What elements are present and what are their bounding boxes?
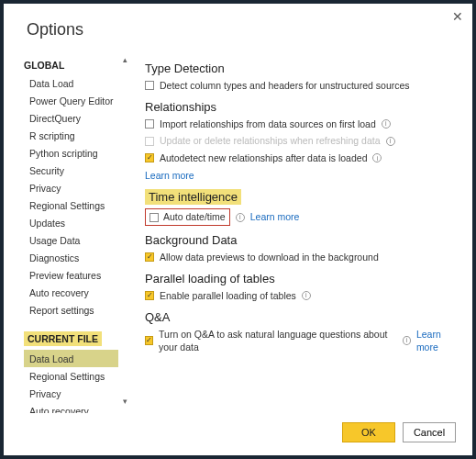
section-qa: Q&A — [145, 310, 459, 324]
label: Turn on Q&A to ask natural language ques… — [159, 328, 397, 354]
section-time-intelligence: Time intelligence — [145, 189, 459, 205]
options-dialog: ✕ Options GLOBAL Data Load Power Query E… — [4, 4, 472, 455]
row-autodetect-rel[interactable]: ✓ Autodetect new relationships after dat… — [145, 151, 459, 165]
nav-item-diagnostics[interactable]: Diagnostics — [24, 249, 131, 266]
nav-item-cf-auto-recovery[interactable]: Auto recovery — [24, 402, 131, 413]
nav-item-cf-regional[interactable]: Regional Settings — [24, 367, 131, 385]
label: Auto date/time — [163, 210, 226, 224]
nav-item-privacy[interactable]: Privacy — [24, 179, 131, 196]
nav-item-regional[interactable]: Regional Settings — [24, 196, 131, 214]
row-detect-types[interactable]: Detect column types and headers for unst… — [145, 79, 459, 93]
checkbox-icon[interactable] — [145, 81, 154, 90]
label: Update or delete relationships when refr… — [160, 134, 381, 148]
checkbox-checked-icon[interactable]: ✓ — [145, 153, 154, 162]
section-background-data: Background Data — [145, 233, 459, 247]
checkbox-icon — [145, 137, 154, 146]
row-import-rel[interactable]: Import relationships from data sources o… — [145, 118, 459, 131]
ok-button[interactable]: OK — [342, 422, 395, 442]
row-qa[interactable]: ✓ Turn on Q&A to ask natural language qu… — [145, 328, 459, 354]
info-icon[interactable]: i — [403, 336, 411, 345]
nav-item-auto-recovery[interactable]: Auto recovery — [24, 284, 131, 301]
nav-item-r-scripting[interactable]: R scripting — [24, 127, 131, 144]
sidebar-scrollbar[interactable]: ▴ ▾ — [118, 54, 131, 408]
sidebar: GLOBAL Data Load Power Query Editor Dire… — [4, 49, 132, 413]
info-icon[interactable]: i — [302, 291, 311, 300]
label: Import relationships from data sources o… — [160, 118, 376, 131]
link-learn-more[interactable]: Learn more — [250, 210, 300, 224]
scroll-up-icon[interactable]: ▴ — [123, 54, 127, 66]
nav-item-power-query[interactable]: Power Query Editor — [24, 92, 131, 109]
nav-item-security[interactable]: Security — [24, 162, 131, 179]
label: Autodetect new relationships after data … — [160, 151, 367, 165]
nav-header-global: GLOBAL — [24, 60, 131, 71]
nav-item-directquery[interactable]: DirectQuery — [24, 109, 131, 127]
nav-item-data-load[interactable]: Data Load — [24, 74, 131, 92]
dialog-footer: OK Cancel — [4, 413, 472, 455]
checkbox-checked-icon[interactable]: ✓ — [145, 252, 154, 262]
highlight-box: Auto date/time — [145, 208, 230, 226]
checkbox-icon[interactable] — [149, 213, 159, 222]
info-icon[interactable]: i — [236, 213, 245, 222]
close-icon[interactable]: ✕ — [452, 9, 463, 24]
checkbox-icon[interactable] — [145, 119, 154, 129]
dialog-title: Options — [4, 4, 472, 49]
row-update-rel: Update or delete relationships when refr… — [145, 134, 459, 148]
section-relationships: Relationships — [145, 100, 459, 114]
nav-item-updates[interactable]: Updates — [24, 214, 131, 231]
section-parallel: Parallel loading of tables — [145, 272, 459, 285]
dialog-body: GLOBAL Data Load Power Query Editor Dire… — [4, 49, 472, 413]
nav-item-cf-privacy[interactable]: Privacy — [24, 385, 131, 402]
nav-header-current-file: CURRENT FILE — [24, 331, 102, 346]
checkbox-checked-icon[interactable]: ✓ — [145, 291, 154, 300]
content-pane: Type Detection Detect column types and h… — [132, 49, 472, 413]
section-type-detection: Type Detection — [145, 62, 459, 75]
info-icon[interactable]: i — [382, 119, 391, 129]
cancel-button[interactable]: Cancel — [403, 422, 456, 442]
nav-item-report-settings[interactable]: Report settings — [24, 301, 131, 319]
nav-item-python-scripting[interactable]: Python scripting — [24, 144, 131, 162]
checkbox-checked-icon[interactable]: ✓ — [145, 336, 153, 345]
nav-item-usage-data[interactable]: Usage Data — [24, 231, 131, 249]
link-learn-more[interactable]: Learn more — [416, 328, 459, 354]
row-parallel[interactable]: ✓ Enable parallel loading of tables i — [145, 289, 459, 303]
highlight: Time intelligence — [145, 189, 241, 205]
nav-item-preview-features[interactable]: Preview features — [24, 266, 131, 284]
info-icon: i — [386, 137, 395, 146]
row-bg-data[interactable]: ✓ Allow data previews to download in the… — [145, 251, 459, 264]
nav-item-cf-data-load[interactable]: Data Load — [24, 350, 118, 367]
label: Detect column types and headers for unst… — [160, 79, 410, 93]
link-learn-more[interactable]: Learn more — [145, 169, 194, 183]
info-icon[interactable]: i — [372, 153, 382, 162]
label: Allow data previews to download in the b… — [160, 251, 379, 264]
scroll-down-icon[interactable]: ▾ — [123, 396, 127, 408]
label: Enable parallel loading of tables — [160, 289, 296, 303]
row-auto-date-time[interactable]: Auto date/time i Learn more — [145, 208, 459, 226]
